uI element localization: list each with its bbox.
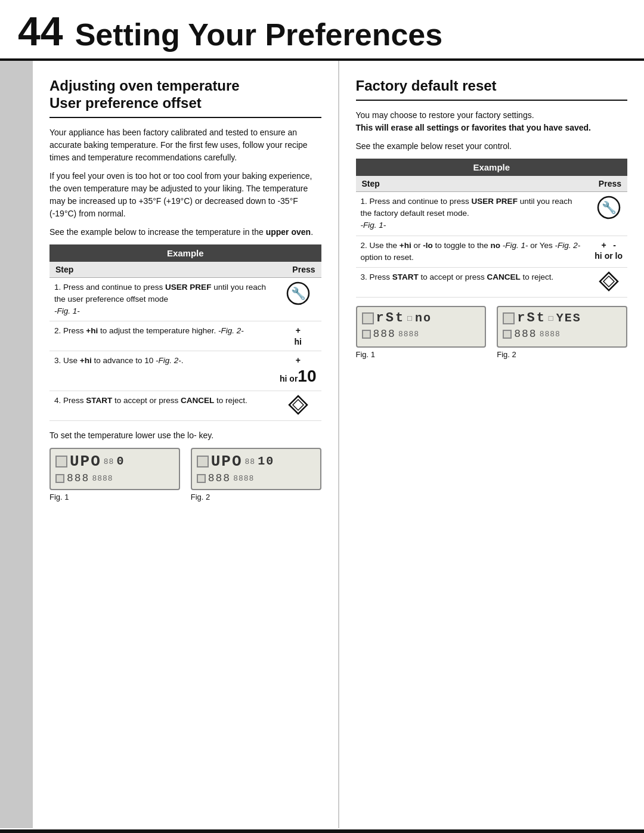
bottom-bar [0,829,644,833]
content-area: Adjusting oven temperature User preferen… [33,61,644,828]
left-fig2-label: Fig. 2 [191,493,321,501]
svg-text:🔧: 🔧 [601,200,616,215]
lcd-small-sq-2 [197,474,206,483]
main-content: Adjusting oven temperature User preferen… [0,61,644,828]
left-step-2: 2. Press +hi to adjust the temperature h… [49,321,321,351]
left-fig1-label: Fig. 1 [49,493,180,501]
svg-marker-6 [600,272,618,290]
left-figures: UPO 88 0 888 8888 Fig. 1 [49,448,321,501]
right-step-2: 2. Use the +hi or -lo to toggle to the n… [356,236,628,268]
left-section-heading: Adjusting oven temperature User preferen… [49,78,321,112]
left-column: Adjusting oven temperature User preferen… [33,61,339,828]
right-fig2-display: rSt □ YES 888 8888 [497,306,627,348]
right-section-heading: Factory default reset [356,78,628,95]
right-section-divider [356,100,628,101]
left-fig2: UPO 88 10 888 8888 Fig. 2 [191,448,321,501]
right-lcd-sq2 [503,312,515,324]
right-fig1-display: rSt □ no 888 8888 [356,306,487,348]
userpref-icon: 🔧 [286,281,310,305]
right-col-headers: Step Press [356,176,628,192]
left-section-divider [49,117,321,118]
left-intro-para3: See the example below to increase the te… [49,226,321,239]
start-icon-right [599,271,619,292]
left-table-header: Example [49,244,321,262]
svg-marker-3 [293,400,304,410]
page-number: 44 [18,11,63,51]
right-column: Factory default reset You may choose to … [339,61,645,828]
right-step-3: 3. Press START to accept or press CANCEL… [356,268,628,298]
svg-text:🔧: 🔧 [290,286,305,301]
left-example-table: Example Step Press 1. Press and continue… [49,244,321,422]
left-sidebar [0,61,33,828]
page-header: 44 Setting Your Preferences [0,0,644,61]
left-step-4: 4. Press START to accept or press CANCEL… [49,391,321,421]
left-intro-para2: If you feel your oven is too hot or too … [49,170,321,220]
page-title: Setting Your Preferences [75,19,443,50]
right-step-1: 1. Press and continue to press USER PREF… [356,191,628,236]
userpref-icon-right: 🔧 [597,196,621,219]
right-lcd-sm-sq1 [362,330,371,339]
right-intro-para2: See the example below reset your control… [356,140,628,153]
right-intro-para1: You may choose to restore your factory s… [356,109,628,134]
right-example-table: Example Step Press 1. Press and continue… [356,159,628,298]
left-lower-note: To set the temperature lower use the lo-… [49,429,321,442]
left-step-3: 3. Use +hi to advance to 10 -Fig. 2-. +h… [49,351,321,391]
lcd-square-2 [197,456,209,467]
left-col-headers: Step Press [49,262,321,278]
right-table-header: Example [356,159,628,176]
left-fig1: UPO 88 0 888 8888 Fig. 1 [49,448,180,501]
lcd-square [55,456,67,467]
left-step-1: 1. Press and continue to press USER PREF… [49,277,321,321]
svg-marker-2 [289,396,307,414]
right-lcd-sq1 [362,312,374,324]
lcd-small-sq [55,474,64,483]
left-fig1-display: UPO 88 0 888 8888 [49,448,180,490]
svg-marker-7 [603,276,614,287]
right-fig1: rSt □ no 888 8888 Fig. 1 [356,306,487,359]
right-fig2-label: Fig. 2 [497,350,627,359]
right-fig1-label: Fig. 1 [356,350,487,359]
left-intro-para1: Your appliance has been factory calibrat… [49,126,321,164]
left-fig2-display: UPO 88 10 888 8888 [191,448,321,490]
right-fig2: rSt □ YES 888 8888 Fig. 2 [497,306,627,359]
right-figures: rSt □ no 888 8888 Fig. 1 [356,306,628,359]
start-icon [288,395,308,415]
right-lcd-sm-sq2 [503,330,512,339]
